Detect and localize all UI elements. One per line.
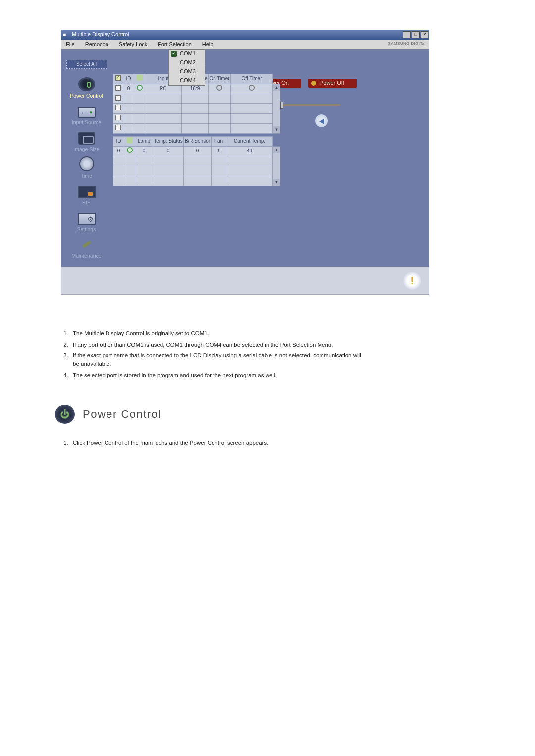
on-timer-icon — [216, 85, 222, 91]
table-row[interactable] — [113, 166, 273, 176]
select-all-button[interactable]: Select All — [66, 60, 107, 69]
gear-icon — [78, 213, 96, 225]
list-item: If the exact port name that is connected… — [70, 352, 515, 368]
sidebar-item-pip[interactable]: PIP — [61, 181, 112, 206]
col-id[interactable]: ID — [123, 74, 134, 84]
table-row[interactable] — [113, 94, 273, 104]
vertical-scrollbar[interactable]: ▲▼ — [273, 84, 280, 134]
status-bar: ! — [61, 267, 429, 295]
notes-list: The Multiple Display Control is original… — [61, 329, 515, 379]
menubar: File Remocon Safety Lock Port Selection … — [61, 40, 429, 49]
sidebar-item-power-control[interactable]: Power Control — [61, 74, 112, 100]
scroll-down-button[interactable]: ▼ — [273, 126, 280, 133]
power-icon — [78, 77, 95, 91]
sidebar-item-label: Input Source — [72, 119, 102, 126]
speaker-icon[interactable]: ◀ — [315, 114, 328, 127]
table-row[interactable] — [113, 156, 273, 166]
window-close-button[interactable]: × — [421, 31, 428, 38]
menu-remocon[interactable]: Remocon — [80, 40, 114, 49]
input-source-icon — [78, 107, 96, 118]
sidebar-item-label: Image Size — [73, 146, 100, 153]
brush-icon — [79, 240, 94, 252]
col-on-timer[interactable]: On Timer — [209, 74, 231, 84]
status-icon — [127, 147, 133, 153]
power-icon: ⏻ — [55, 405, 75, 424]
sidebar-item-image-size[interactable]: Image Size — [61, 127, 112, 153]
sidebar-item-label: Power Control — [70, 92, 103, 100]
info-icon[interactable]: ! — [403, 272, 421, 290]
port-option-com4[interactable]: COM4 — [169, 76, 205, 85]
col-fan[interactable]: Fan — [212, 137, 226, 147]
table-row[interactable] — [113, 114, 273, 124]
table-row[interactable] — [113, 104, 273, 114]
window-maximize-button[interactable]: □ — [412, 31, 420, 38]
col-id[interactable]: ID — [113, 137, 124, 147]
window-minimize-button[interactable]: _ — [403, 31, 411, 38]
button-label: Power Off — [320, 79, 344, 87]
slider-track — [275, 104, 340, 106]
row-checkbox[interactable] — [115, 105, 121, 110]
cell-lamp: 0 — [135, 147, 153, 156]
sidebar-item-settings[interactable]: Settings — [61, 207, 112, 233]
app-body: Select All Power Control Input Source Im… — [61, 49, 429, 267]
cell-id: 0 — [113, 147, 124, 156]
col-br-sensor[interactable]: B/R Sensor — [184, 137, 212, 147]
menu-safety-lock[interactable]: Safety Lock — [114, 40, 153, 49]
row-checkbox[interactable] — [115, 95, 121, 101]
power-status-icon — [137, 85, 143, 91]
sidebar-item-label: Time — [81, 172, 92, 180]
led-icon — [311, 81, 316, 86]
port-selection-dropdown: COM1 COM2 COM3 COM4 — [168, 49, 205, 86]
list-item: If any port other than COM1 is used, COM… — [70, 341, 515, 349]
off-timer-icon — [249, 85, 255, 91]
menu-file[interactable]: File — [61, 40, 80, 49]
port-option-com3[interactable]: COM3 — [169, 67, 205, 76]
scroll-up-button[interactable]: ▲ — [273, 147, 280, 153]
col-lamp[interactable]: Lamp — [135, 137, 153, 147]
sidebar-item-label: Maintenance — [71, 252, 101, 260]
table-row[interactable] — [113, 176, 273, 186]
slider-thumb[interactable] — [280, 102, 283, 109]
cell-current-temp: 49 — [226, 147, 273, 156]
row-checkbox[interactable] — [115, 85, 121, 91]
cell-temp-status: 0 — [153, 147, 184, 156]
clock-icon — [79, 156, 94, 171]
status-color-header-icon — [127, 137, 133, 143]
window-title: Multiple Display Control — [72, 31, 402, 39]
col-temp-status[interactable]: Temp. Status — [153, 137, 184, 147]
app-icon: ■ — [63, 31, 70, 38]
scroll-down-button[interactable]: ▼ — [273, 179, 280, 186]
sidebar-item-maintenance[interactable]: Maintenance — [61, 234, 112, 260]
port-option-com1[interactable]: COM1 — [169, 50, 205, 58]
pip-icon — [78, 186, 96, 198]
row-checkbox[interactable] — [115, 125, 121, 130]
maintenance-grid: ID Lamp Temp. Status B/R Sensor Fan Curr… — [113, 136, 273, 186]
vertical-scrollbar[interactable]: ▲▼ — [273, 146, 280, 186]
port-option-com2[interactable]: COM2 — [169, 58, 205, 67]
col-off-timer[interactable]: Off Timer — [231, 74, 273, 84]
status-color-header-icon — [137, 75, 143, 81]
list-item: Click Power Control of the main icons an… — [70, 439, 515, 447]
select-all-checkbox[interactable] — [115, 75, 121, 81]
sidebar-item-input-source[interactable]: Input Source — [61, 101, 112, 126]
sidebar-item-label: PIP — [82, 199, 91, 206]
power-off-button[interactable]: Power Off — [308, 79, 357, 88]
table-row[interactable]: 0 0 0 0 1 49 — [113, 147, 273, 156]
scroll-up-button[interactable]: ▲ — [273, 84, 280, 91]
row-checkbox[interactable] — [115, 115, 121, 120]
volume-slider[interactable] — [275, 102, 340, 109]
window-titlebar: ■ Multiple Display Control _ □ × — [61, 30, 429, 40]
cell-fan: 1 — [212, 147, 226, 156]
cell-id: 0 — [123, 84, 134, 94]
col-current-temp[interactable]: Current Temp. — [226, 137, 273, 147]
table-header-row: ID Lamp Temp. Status B/R Sensor Fan Curr… — [113, 137, 273, 147]
main-area: Busy Power On Power Off Volume 10 — [112, 49, 429, 267]
image-size-icon — [78, 132, 95, 145]
sidebar-item-time[interactable]: Time — [61, 154, 112, 180]
table-row[interactable] — [113, 124, 273, 134]
section-title: Power Control — [83, 406, 161, 422]
cell-br-sensor: 0 — [184, 147, 212, 156]
menu-help[interactable]: Help — [197, 40, 219, 49]
menu-port-selection[interactable]: Port Selection — [153, 40, 197, 49]
app-window: ■ Multiple Display Control _ □ × File Re… — [61, 30, 429, 295]
